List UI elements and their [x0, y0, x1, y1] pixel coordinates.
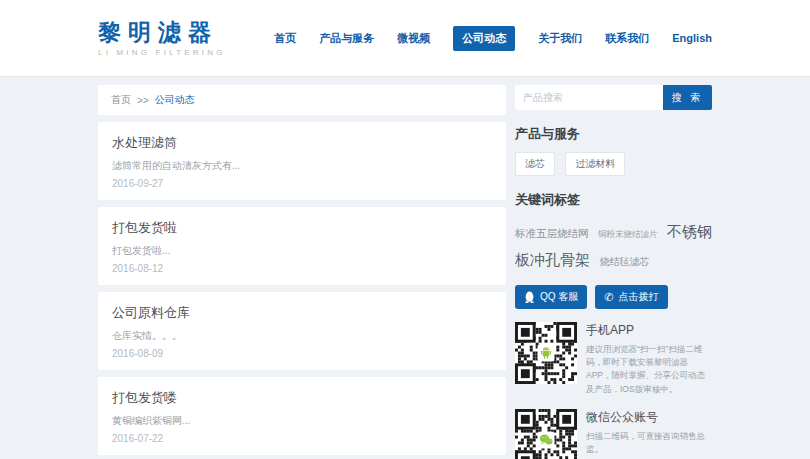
logo-text-cn: 黎明滤器 — [98, 19, 226, 47]
qq-service-button[interactable]: QQ 客服 — [515, 285, 587, 309]
products-heading: 产品与服务 — [515, 125, 712, 143]
qq-penguin-icon — [524, 291, 535, 303]
news-card[interactable]: 打包发货喽 黄铜编织紫铜网... 2016-07-22 — [98, 377, 506, 455]
nav-item-company-news[interactable]: 公司动态 — [453, 26, 515, 51]
wechat-icon — [538, 431, 555, 448]
keyword-tag[interactable]: 烧结毡滤芯 — [599, 256, 649, 267]
qr-title-mobile-app: 手机APP — [586, 322, 712, 339]
nav-item-contact[interactable]: 联系我们 — [605, 31, 649, 46]
news-summary: 滤筒常用的自动清灰方式有... — [112, 159, 492, 173]
sidebar: 搜 索 产品与服务 滤芯 过滤材料 关键词标签 标准五层烧结网 铜粉末烧结滤片 … — [515, 85, 712, 459]
news-card[interactable]: 水处理滤筒 滤筒常用的自动清灰方式有... 2016-09-27 — [98, 122, 506, 200]
breadcrumb-home-link[interactable]: 首页 — [111, 93, 131, 107]
nav-item-microvideo[interactable]: 微视频 — [397, 31, 430, 46]
qr-block-wechat: 微信公众账号 扫描二维码，可直接咨询销售总监。 — [515, 409, 712, 459]
news-date: 2016-08-09 — [112, 348, 492, 359]
nav-item-english[interactable]: English — [672, 32, 712, 44]
breadcrumb-separator: >> — [137, 95, 149, 106]
nav-item-about[interactable]: 关于我们 — [538, 31, 582, 46]
news-card[interactable]: 公司原料仓库 仓库实情。。。 2016-08-09 — [98, 292, 506, 370]
news-title[interactable]: 公司原料仓库 — [112, 304, 492, 322]
breadcrumb: 首页 >> 公司动态 — [98, 85, 506, 115]
nav-item-products[interactable]: 产品与服务 — [319, 31, 374, 46]
click-to-call-button[interactable]: ✆ 点击拨打 — [595, 285, 667, 309]
logo[interactable]: 黎明滤器 LI MING FILTERING — [98, 19, 226, 58]
news-summary: 黄铜编织紫铜网... — [112, 414, 492, 428]
qr-title-wechat: 微信公众账号 — [586, 409, 712, 426]
keywords-heading: 关键词标签 — [515, 191, 712, 209]
qr-block-mobile-app: 手机APP 建议用浏览器“扫一扫”扫描二维码，即时下载安装黎明滤器APP，随时掌… — [515, 322, 712, 396]
news-column: 首页 >> 公司动态 水处理滤筒 滤筒常用的自动清灰方式有... 2016-09… — [98, 85, 506, 459]
keyword-cloud: 标准五层烧结网 铜粉末烧结滤片 不锈钢板冲孔骨架 烧结毡滤芯 — [515, 218, 712, 274]
breadcrumb-current: 公司动态 — [155, 93, 195, 107]
phone-icon: ✆ — [604, 292, 613, 303]
click-to-call-label: 点击拨打 — [619, 290, 659, 304]
site-header: 黎明滤器 LI MING FILTERING 首页 产品与服务 微视频 公司动态… — [0, 0, 810, 77]
contact-buttons: QQ 客服 ✆ 点击拨打 — [515, 285, 712, 309]
news-date: 2016-07-22 — [112, 433, 492, 444]
news-title[interactable]: 打包发货喽 — [112, 389, 492, 407]
news-summary: 仓库实情。。。 — [112, 329, 492, 343]
news-date: 2016-09-27 — [112, 178, 492, 189]
qr-desc-wechat: 扫描二维码，可直接咨询销售总监。 — [586, 430, 712, 456]
product-tag-list: 滤芯 过滤材料 — [515, 152, 712, 176]
page-body: 首页 >> 公司动态 水处理滤筒 滤筒常用的自动清灰方式有... 2016-09… — [0, 77, 810, 459]
search-button[interactable]: 搜 索 — [663, 85, 712, 110]
qq-service-label: QQ 客服 — [540, 290, 578, 304]
nav-item-home[interactable]: 首页 — [274, 31, 296, 46]
news-summary: 打包发货啦... — [112, 244, 492, 258]
qr-code-mobile-app — [515, 322, 577, 384]
product-tag-filter-element[interactable]: 滤芯 — [515, 152, 555, 176]
news-title[interactable]: 水处理滤筒 — [112, 134, 492, 152]
android-icon — [538, 345, 555, 362]
news-date: 2016-08-12 — [112, 263, 492, 274]
product-search: 搜 索 — [515, 85, 712, 110]
logo-text-en: LI MING FILTERING — [98, 48, 226, 57]
search-input[interactable] — [515, 85, 663, 110]
product-tag-filter-material[interactable]: 过滤材料 — [565, 152, 625, 176]
keyword-tag[interactable]: 标准五层烧结网 — [515, 227, 589, 239]
news-title[interactable]: 打包发货啦 — [112, 219, 492, 237]
news-card[interactable]: 打包发货啦 打包发货啦... 2016-08-12 — [98, 207, 506, 285]
main-nav: 首页 产品与服务 微视频 公司动态 关于我们 联系我们 English — [274, 26, 712, 51]
qr-code-wechat — [515, 409, 577, 459]
keyword-tag[interactable]: 铜粉末烧结滤片 — [598, 229, 658, 239]
qr-desc-mobile-app: 建议用浏览器“扫一扫”扫描二维码，即时下载安装黎明滤器APP，随时掌握、分享公司… — [586, 343, 712, 396]
